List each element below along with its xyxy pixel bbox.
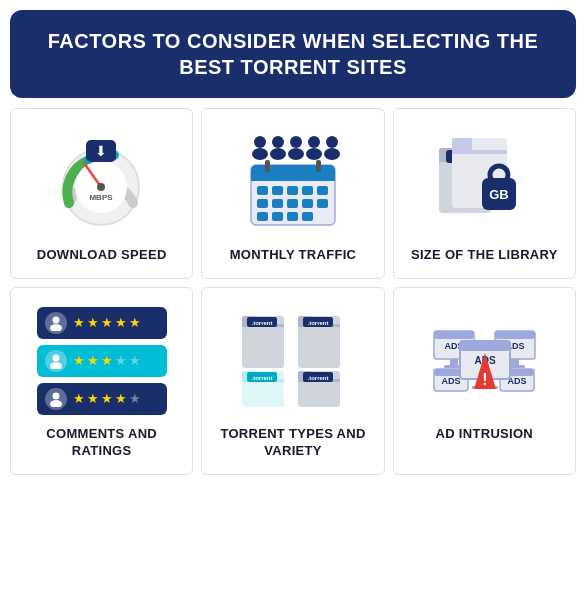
svg-text:GB: GB [490, 187, 510, 202]
torrent-types-label: TORRENT TYPES AND VARIETY [210, 426, 375, 460]
cell-torrent-types: .torrent .torrent .torrent [201, 287, 384, 475]
comments-ratings-label: COMMENTS AND RATINGS [19, 426, 184, 460]
svg-point-16 [324, 148, 340, 160]
svg-rect-23 [272, 186, 283, 195]
download-speed-label: DOWNLOAD SPEED [37, 247, 167, 264]
svg-point-15 [326, 136, 338, 148]
svg-rect-33 [272, 212, 283, 221]
svg-rect-81 [511, 359, 519, 365]
ratings-bars: ★ ★ ★ ★ ★ [37, 307, 167, 415]
svg-text:ADS: ADS [441, 376, 460, 386]
svg-point-7 [254, 136, 266, 148]
svg-rect-29 [287, 199, 298, 208]
cell-ad-intrusion: ADS ADS ADS ADS [393, 287, 576, 475]
rating-bar-3: ★ ★ ★ ★ ★ [37, 383, 167, 415]
avatar-1 [45, 312, 67, 334]
svg-rect-20 [265, 160, 270, 172]
svg-point-47 [52, 316, 59, 323]
svg-point-3 [97, 183, 105, 191]
svg-point-51 [52, 392, 59, 399]
svg-point-49 [52, 354, 59, 361]
svg-point-12 [288, 148, 304, 160]
avatar-2 [45, 350, 67, 372]
svg-rect-22 [257, 186, 268, 195]
comments-ratings-icon: ★ ★ ★ ★ ★ [37, 306, 167, 416]
svg-rect-32 [257, 212, 268, 221]
monthly-traffic-icon [243, 127, 343, 237]
svg-point-10 [270, 148, 286, 160]
svg-rect-76 [450, 359, 458, 365]
svg-point-48 [50, 324, 62, 331]
svg-point-11 [290, 136, 302, 148]
stars-3: ★ ★ ★ ★ ★ [73, 391, 141, 406]
svg-point-14 [306, 148, 322, 160]
svg-rect-30 [302, 199, 313, 208]
rating-bar-1: ★ ★ ★ ★ ★ [37, 307, 167, 339]
svg-rect-28 [272, 199, 283, 208]
svg-rect-27 [257, 199, 268, 208]
svg-text:.torrent: .torrent [252, 320, 273, 326]
svg-point-13 [308, 136, 320, 148]
avatar-3 [45, 388, 67, 410]
svg-rect-26 [317, 186, 328, 195]
svg-point-50 [50, 362, 62, 369]
page-title: FACTORS TO CONSIDER WHEN SELECTING THE B… [30, 28, 556, 80]
ad-intrusion-icon: ADS ADS ADS ADS [432, 306, 537, 416]
cell-download-speed: MBPS ⬇ DOWNLOAD SPEED [10, 108, 193, 279]
library-size-icon: .torrent GB [434, 127, 534, 237]
stars-1: ★ ★ ★ ★ ★ [73, 315, 141, 330]
torrent-types-icon: .torrent .torrent .torrent [240, 306, 345, 416]
factors-grid: MBPS ⬇ DOWNLOAD SPEED [10, 108, 576, 475]
stars-2: ★ ★ ★ ★ ★ [73, 353, 141, 368]
svg-rect-43 [452, 150, 507, 154]
svg-rect-25 [302, 186, 313, 195]
monthly-traffic-label: MONTHLY TRAFFIC [230, 247, 357, 264]
svg-rect-79 [495, 331, 535, 339]
svg-rect-31 [317, 199, 328, 208]
svg-rect-90 [460, 341, 510, 351]
svg-point-9 [272, 136, 284, 148]
svg-rect-35 [302, 212, 313, 221]
cell-library-size: .torrent GB SIZE OF THE LIBRARY [393, 108, 576, 279]
svg-text:.torrent: .torrent [308, 375, 329, 381]
svg-point-52 [50, 400, 62, 407]
svg-point-8 [252, 148, 268, 160]
page-container: FACTORS TO CONSIDER WHEN SELECTING THE B… [0, 0, 586, 485]
cell-monthly-traffic: MONTHLY TRAFFIC [201, 108, 384, 279]
svg-text:.torrent: .torrent [252, 375, 273, 381]
svg-rect-74 [434, 331, 474, 339]
svg-text:⬇: ⬇ [95, 143, 107, 159]
svg-text:MBPS: MBPS [90, 193, 114, 202]
library-size-label: SIZE OF THE LIBRARY [411, 247, 558, 264]
svg-rect-21 [316, 160, 321, 172]
svg-text:.torrent: .torrent [308, 320, 329, 326]
svg-rect-24 [287, 186, 298, 195]
ad-intrusion-label: AD INTRUSION [436, 426, 534, 443]
svg-rect-19 [251, 176, 335, 181]
rating-bar-2: ★ ★ ★ ★ ★ [37, 345, 167, 377]
page-header: FACTORS TO CONSIDER WHEN SELECTING THE B… [10, 10, 576, 98]
cell-comments-ratings: ★ ★ ★ ★ ★ [10, 287, 193, 475]
download-speed-icon: MBPS ⬇ [54, 127, 149, 237]
svg-text:!: ! [482, 371, 487, 388]
svg-rect-34 [287, 212, 298, 221]
